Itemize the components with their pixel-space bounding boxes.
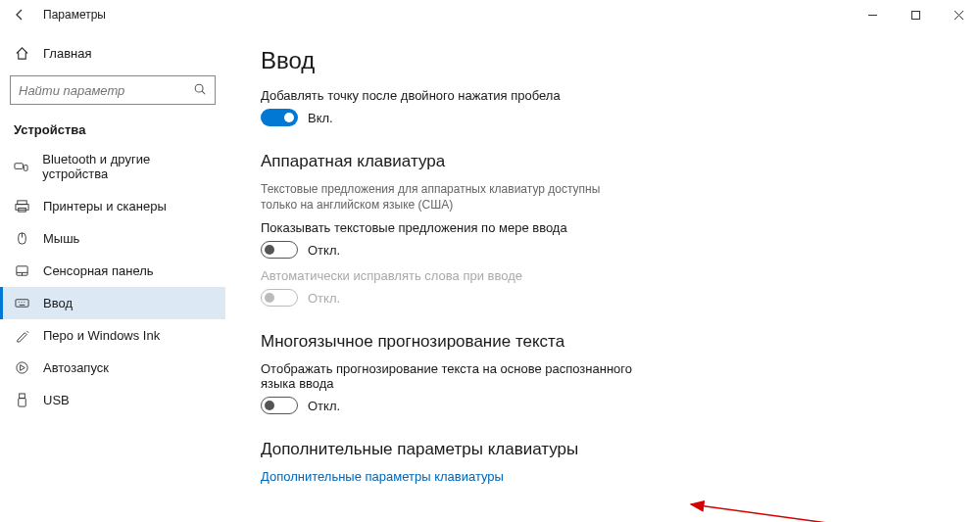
- option-label-suggestions: Показывать текстовые предложения по мере…: [261, 220, 951, 235]
- printer-icon: [14, 199, 29, 214]
- svg-rect-5: [24, 165, 27, 170]
- toggle-period[interactable]: [261, 109, 298, 126]
- svg-line-23: [691, 504, 906, 522]
- option-label-multilingual: Отображать прогнозирование текста на осн…: [261, 361, 633, 391]
- sidebar-item-label: Мышь: [43, 231, 79, 246]
- svg-point-20: [16, 362, 26, 373]
- home-link[interactable]: Главная: [0, 39, 225, 68]
- sidebar-item-touchpad[interactable]: Сенсорная панель: [0, 255, 225, 287]
- home-label: Главная: [43, 46, 91, 61]
- back-button[interactable]: [0, 0, 39, 29]
- sidebar-item-label: Автозапуск: [43, 360, 109, 375]
- titlebar: Параметры: [0, 0, 980, 29]
- usb-icon: [14, 393, 29, 407]
- close-button[interactable]: [937, 0, 980, 29]
- sidebar-item-printers[interactable]: Принтеры и сканеры: [0, 190, 225, 222]
- toggle-state-label: Откл.: [308, 399, 340, 413]
- svg-point-2: [195, 84, 203, 92]
- minimize-button[interactable]: [851, 0, 894, 29]
- sidebar-item-label: Перо и Windows Ink: [43, 328, 160, 343]
- section-title-devices: Устройства: [0, 115, 225, 143]
- toggle-state-label: Откл.: [308, 243, 340, 258]
- mouse-icon: [14, 231, 29, 246]
- search-icon: [193, 82, 207, 99]
- search-input[interactable]: [19, 83, 193, 98]
- home-icon: [14, 46, 29, 61]
- sidebar-item-label: Сенсорная панель: [43, 263, 154, 278]
- advanced-keyboard-link[interactable]: Дополнительные параметры клавиатуры: [261, 469, 951, 484]
- autoplay-icon: [14, 360, 29, 375]
- touchpad-icon: [14, 263, 29, 278]
- hw-description: Текстовые предложения для аппаратных кла…: [261, 181, 633, 213]
- page-title: Ввод: [261, 47, 951, 74]
- sidebar: Главная Устройства Bluetooth и другие ус…: [0, 29, 225, 522]
- sidebar-item-autoplay[interactable]: Автозапуск: [0, 352, 225, 384]
- sidebar-item-bluetooth[interactable]: Bluetooth и другие устройства: [0, 143, 225, 190]
- sidebar-item-label: USB: [43, 393, 70, 407]
- sidebar-item-label: Принтеры и сканеры: [43, 199, 167, 214]
- section-advanced: Дополнительные параметры клавиатуры: [261, 440, 951, 459]
- sidebar-item-usb[interactable]: USB: [0, 384, 225, 416]
- toggle-state-label: Вкл.: [308, 111, 333, 125]
- svg-line-19: [26, 331, 28, 333]
- keyboard-icon: [14, 296, 29, 310]
- maximize-button[interactable]: [894, 0, 937, 29]
- svg-line-3: [202, 91, 205, 94]
- sidebar-item-label: Ввод: [43, 296, 73, 310]
- search-input-wrap[interactable]: [10, 75, 216, 105]
- sidebar-item-mouse[interactable]: Мышь: [0, 222, 225, 255]
- sidebar-item-pen[interactable]: Перо и Windows Ink: [0, 319, 225, 352]
- bluetooth-icon: [14, 160, 28, 174]
- content-area: Ввод Добавлять точку после двойного нажа…: [225, 29, 980, 522]
- annotation-arrow: [686, 499, 911, 522]
- option-label-period: Добавлять точку после двойного нажатия п…: [261, 88, 951, 103]
- window-title: Параметры: [39, 8, 106, 22]
- toggle-suggestions[interactable]: [261, 241, 298, 259]
- toggle-autocorrect: [261, 289, 298, 307]
- section-hardware-keyboard: Аппаратная клавиатура: [261, 152, 951, 171]
- pen-icon: [14, 328, 29, 343]
- svg-rect-1: [911, 11, 919, 19]
- svg-rect-21: [19, 394, 24, 399]
- svg-rect-14: [15, 300, 27, 308]
- svg-rect-4: [15, 163, 23, 168]
- toggle-multilingual[interactable]: [261, 397, 298, 414]
- section-multilingual: Многоязычное прогнозирование текста: [261, 332, 951, 352]
- svg-rect-6: [17, 201, 25, 205]
- sidebar-item-typing[interactable]: Ввод: [0, 287, 225, 319]
- toggle-state-label: Откл.: [308, 291, 340, 306]
- option-label-autocorrect: Автоматически исправлять слова при вводе: [261, 268, 951, 283]
- svg-rect-7: [15, 205, 27, 211]
- sidebar-item-label: Bluetooth и другие устройства: [42, 152, 212, 181]
- svg-rect-22: [18, 399, 25, 406]
